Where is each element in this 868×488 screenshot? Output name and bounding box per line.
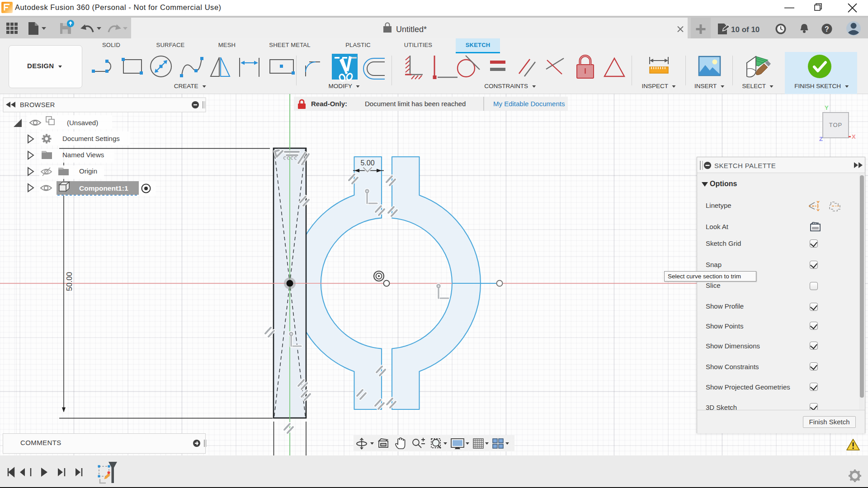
svg-text:50.00: 50.00: [65, 272, 74, 291]
svg-text:Component1:1: Component1:1: [79, 184, 128, 192]
svg-text:Document Settings: Document Settings: [62, 135, 120, 142]
svg-text:(Unsaved): (Unsaved): [67, 119, 98, 127]
svg-text:?: ?: [825, 25, 829, 33]
svg-text:Untitled*: Untitled*: [396, 25, 427, 34]
svg-text:Named Views: Named Views: [62, 151, 104, 159]
svg-text:Origin: Origin: [79, 167, 97, 175]
svg-text:5.00: 5.00: [360, 159, 374, 167]
svg-text:BROWSER: BROWSER: [20, 101, 55, 108]
svg-text:10 of 10: 10 of 10: [731, 25, 760, 34]
